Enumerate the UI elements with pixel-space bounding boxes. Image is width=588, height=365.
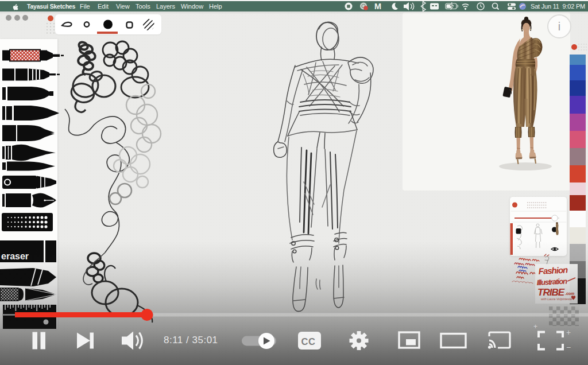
svg-text:+: + bbox=[533, 323, 537, 331]
svg-text:+: + bbox=[566, 328, 571, 337]
svg-text:CC: CC bbox=[301, 336, 316, 347]
svg-text:−: − bbox=[566, 343, 571, 352]
svg-text:M: M bbox=[374, 2, 381, 11]
